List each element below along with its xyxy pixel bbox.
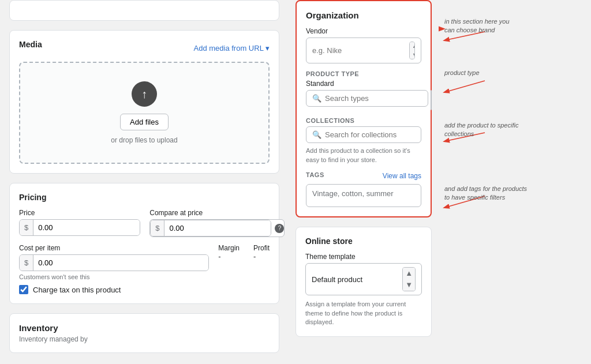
compare-price-input[interactable] — [164, 220, 271, 236]
annotations-svg — [439, 0, 591, 364]
search-types-input[interactable] — [325, 94, 422, 103]
search-types-icon: 🔍 — [312, 94, 321, 103]
help-icon[interactable]: ? — [275, 224, 284, 233]
theme-select-wrapper[interactable]: Default product ▲ ▼ — [305, 263, 422, 295]
annotation-collections: add the product to specificcollections — [444, 121, 518, 139]
product-type-section-label: PRODUCT TYPE — [306, 70, 421, 77]
tax-checkbox-row: Charge tax on this product — [19, 285, 270, 294]
vendor-input-wrapper[interactable]: ▲ ▼ — [306, 37, 421, 63]
tax-checkbox[interactable] — [19, 285, 28, 294]
annotation-product-type: product type — [444, 69, 480, 76]
annotation-product-type-text: product type — [444, 69, 480, 76]
price-prefix: $ — [20, 220, 33, 235]
online-store-card: Online store Theme template Default prod… — [296, 227, 432, 337]
price-input-wrapper: $ — [19, 219, 140, 236]
assign-text: Assign a template from your current them… — [305, 300, 422, 327]
profit-label: Profit — [253, 244, 270, 252]
media-header: Media Add media from URL ▾ — [19, 40, 270, 56]
vendor-spinner[interactable]: ▲ ▼ — [409, 42, 415, 59]
svg-line-4 — [444, 196, 485, 208]
pt-spinner-up-icon: ▲ — [431, 91, 432, 99]
tax-label[interactable]: Charge tax on this product — [33, 286, 121, 294]
product-type-value: Standard — [306, 80, 421, 88]
left-column: Media Add media from URL ▾ ↑ Add files o… — [0, 0, 289, 364]
tags-input[interactable]: Vintage, cotton, summer — [306, 184, 421, 207]
right-column: Organization Vendor ▲ ▼ PRODUCT TYPE Sta… — [289, 0, 439, 364]
pricing-title: Pricing — [19, 193, 270, 202]
compare-prefix: $ — [151, 220, 164, 236]
theme-spinner[interactable]: ▲ ▼ — [402, 267, 416, 291]
annotation-collections-text: add the product to specificcollections — [444, 122, 518, 137]
annotation-tags-text: and add tags for the productsto have spe… — [444, 185, 527, 201]
tags-section-label: TAGS — [306, 171, 324, 178]
vendor-label: Vendor — [306, 27, 421, 35]
profit-group: Profit - — [253, 244, 270, 261]
profit-value: - — [253, 252, 270, 261]
org-title: Organization — [306, 10, 421, 20]
theme-spinner-down-icon: ▼ — [403, 279, 415, 291]
margin-label: Margin — [218, 244, 240, 252]
right-area: Organization Vendor ▲ ▼ PRODUCT TYPE Sta… — [289, 0, 591, 364]
annotation-tags: and add tags for the productsto have spe… — [444, 185, 527, 202]
upload-arrow-icon: ↑ — [141, 88, 147, 100]
svg-line-3 — [444, 133, 485, 141]
upload-icon-circle: ↑ — [132, 81, 157, 107]
spinner-down-icon: ▼ — [410, 51, 414, 59]
collections-search-field[interactable]: 🔍 — [306, 126, 421, 143]
annotations-area: in this section here youcan choose brand… — [439, 0, 591, 364]
theme-value: Default product — [312, 275, 402, 284]
media-title: Media — [19, 40, 42, 49]
pt-spinner-down-icon: ▼ — [431, 99, 432, 108]
media-dropzone[interactable]: ↑ Add files or drop files to upload — [19, 62, 270, 164]
collections-hint: Add this product to a collection so it's… — [306, 147, 421, 164]
page-layout: Media Add media from URL ▾ ↑ Add files o… — [0, 0, 591, 364]
margin-group: Margin - — [218, 244, 240, 261]
top-bar — [9, 0, 279, 21]
cost-label: Cost per item — [19, 244, 209, 252]
organization-card: Organization Vendor ▲ ▼ PRODUCT TYPE Sta… — [296, 0, 432, 217]
product-type-spinner[interactable]: ▲ ▼ — [431, 90, 432, 110]
search-types-row: 🔍 ▲ ▼ — [306, 90, 421, 110]
media-card: Media Add media from URL ▾ ↑ Add files o… — [9, 30, 279, 174]
add-media-link[interactable]: Add media from URL ▾ — [193, 44, 270, 52]
spinner-up-icon: ▲ — [410, 42, 414, 51]
compare-input-inner: $ — [150, 220, 271, 237]
annotation-brand: in this section here youcan choose brand — [444, 17, 510, 35]
price-field: Price $ — [19, 209, 140, 237]
cost-prefix: $ — [20, 255, 33, 271]
collections-search-icon: 🔍 — [312, 130, 321, 139]
margin-profit-group: Margin - Profit - — [218, 244, 270, 261]
price-row: Price $ Compare at price $ ? — [19, 209, 270, 237]
search-types-field[interactable]: 🔍 — [306, 90, 428, 107]
theme-spinner-up-icon: ▲ — [403, 268, 415, 279]
add-files-button[interactable]: Add files — [120, 114, 169, 130]
assign-text-content: Assign a template from your current them… — [305, 301, 406, 325]
cost-input[interactable] — [33, 255, 208, 271]
collections-input[interactable] — [325, 130, 422, 139]
margin-value: - — [218, 252, 240, 261]
tags-header: TAGS View all tags — [306, 171, 421, 181]
vendor-input[interactable] — [312, 46, 409, 55]
annotation-brand-text: in this section here youcan choose brand — [444, 18, 510, 33]
theme-label: Theme template — [305, 253, 422, 261]
inventory-title: Inventory — [19, 323, 270, 333]
price-label: Price — [19, 209, 140, 217]
cost-info: Customers won't see this — [19, 273, 209, 280]
compare-price-field: Compare at price $ ? — [149, 209, 285, 237]
online-store-title: Online store — [305, 237, 422, 246]
inventory-card: Inventory Inventory managed by — [9, 313, 279, 353]
compare-label: Compare at price — [149, 209, 285, 217]
collections-section-label: COLLECTIONS — [306, 117, 421, 124]
inventory-sub: Inventory managed by — [19, 335, 270, 343]
drop-hint: or drop files to upload — [29, 136, 259, 144]
pricing-card: Pricing Price $ Compare at price $ — [9, 183, 279, 304]
cost-input-wrapper: $ — [19, 254, 209, 271]
price-input[interactable] — [33, 220, 140, 235]
compare-input-wrapper: $ ? — [149, 219, 285, 237]
cost-row: Cost per item $ Customers won't see this… — [19, 244, 270, 280]
svg-line-1 — [444, 32, 485, 40]
view-all-tags-link[interactable]: View all tags — [383, 172, 421, 180]
cost-field: Cost per item $ Customers won't see this — [19, 244, 209, 280]
svg-line-2 — [444, 81, 485, 92]
